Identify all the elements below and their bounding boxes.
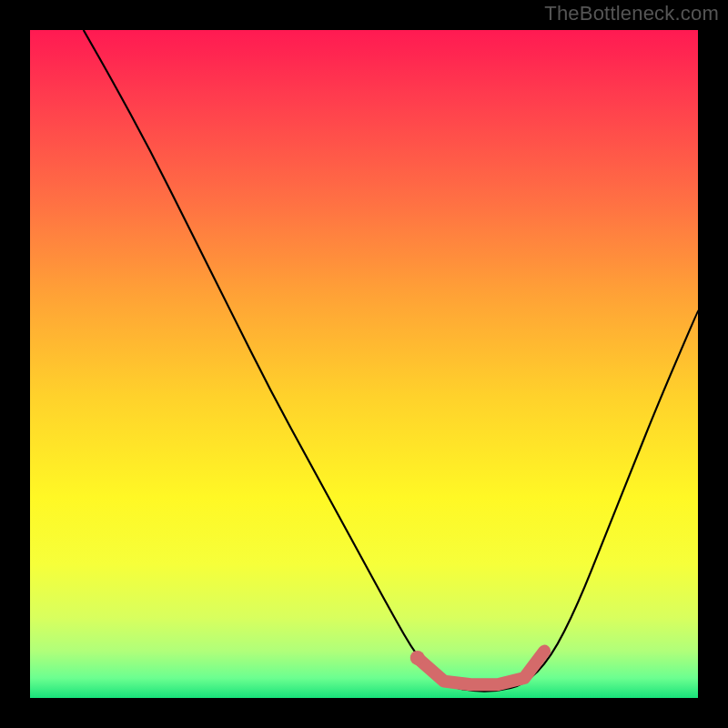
plot-area — [30, 30, 698, 698]
curve-layer — [30, 30, 698, 698]
optimal-range-marker — [418, 652, 544, 685]
bottleneck-curve — [84, 30, 698, 692]
chart-frame: TheBottleneck.com — [0, 0, 728, 728]
optimal-start-dot — [410, 651, 425, 665]
watermark-text: TheBottleneck.com — [544, 2, 719, 25]
